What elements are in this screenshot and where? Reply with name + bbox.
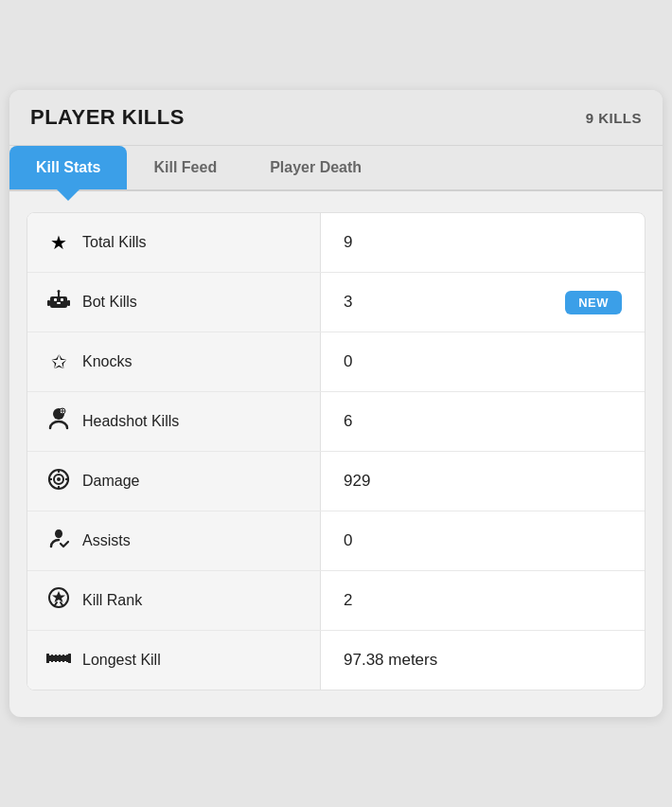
- svg-rect-24: [55, 655, 57, 662]
- stat-value-cell: 2: [321, 571, 645, 630]
- knocks-label: Knocks: [82, 353, 132, 370]
- bot-kills-icon: [46, 290, 71, 315]
- bot-kills-label: Bot Kills: [82, 294, 137, 311]
- stat-label-cell: Assists: [27, 511, 321, 570]
- stat-label-cell: Kill Rank: [27, 571, 321, 630]
- tab-kill-feed[interactable]: Kill Feed: [127, 146, 243, 189]
- stats-table: ★ Total Kills 9: [27, 212, 645, 690]
- stat-value-cell: 6: [321, 392, 645, 451]
- svg-rect-7: [67, 300, 70, 306]
- svg-rect-25: [59, 655, 61, 662]
- svg-marker-20: [52, 591, 65, 602]
- svg-rect-28: [68, 654, 71, 663]
- longest-kill-label: Longest Kill: [82, 652, 161, 669]
- total-kills-icon: ★: [46, 231, 71, 254]
- svg-rect-3: [57, 302, 61, 304]
- longest-kill-value: 97.38 meters: [344, 651, 437, 670]
- kill-rank-label: Kill Rank: [82, 592, 142, 609]
- kill-rank-icon: [46, 586, 71, 615]
- headshot-value: 6: [344, 412, 352, 431]
- svg-rect-26: [62, 655, 64, 662]
- assists-label: Assists: [82, 532, 131, 549]
- new-badge: NEW: [565, 291, 622, 314]
- stat-label-cell: Headshot Kills: [27, 392, 321, 451]
- stat-value-cell: 97.38 meters: [321, 631, 645, 690]
- svg-rect-27: [66, 655, 68, 662]
- table-row: Longest Kill 97.38 meters: [27, 631, 645, 690]
- kill-rank-value: 2: [344, 591, 352, 610]
- table-row: Headshot Kills 6: [27, 392, 645, 452]
- table-row: Kill Rank 2: [27, 571, 645, 631]
- stat-label-cell: ★ Total Kills: [27, 213, 321, 272]
- tab-kill-stats[interactable]: Kill Stats: [9, 146, 127, 189]
- player-kills-card: PLAYER KILLS 9 KILLS Kill Stats Kill Fee…: [9, 90, 663, 717]
- stat-label-cell: Bot Kills: [27, 273, 321, 332]
- svg-rect-22: [46, 654, 49, 663]
- bot-kills-value: 3: [344, 293, 352, 312]
- damage-label: Damage: [82, 473, 139, 490]
- stat-label-cell: ✩ Knocks: [27, 332, 321, 391]
- stat-label-cell: Damage: [27, 452, 321, 511]
- svg-rect-23: [51, 655, 53, 662]
- headshot-label: Headshot Kills: [82, 413, 179, 430]
- table-row: Damage 929: [27, 452, 645, 511]
- damage-value: 929: [344, 472, 370, 491]
- stat-value-cell: 0: [321, 332, 645, 391]
- table-row: ✩ Knocks 0: [27, 332, 645, 392]
- svg-point-14: [57, 477, 61, 481]
- damage-icon: [46, 468, 71, 495]
- kills-count: 9 KILLS: [586, 110, 642, 126]
- tabs-container: Kill Stats Kill Feed Player Death: [9, 146, 663, 191]
- svg-point-5: [58, 290, 61, 293]
- stat-value-cell: 0: [321, 511, 645, 570]
- assists-icon: [46, 528, 71, 554]
- assists-value: 0: [344, 531, 352, 550]
- table-row: ★ Total Kills 9: [27, 213, 645, 273]
- stat-label-cell: Longest Kill: [27, 631, 321, 690]
- card-title: PLAYER KILLS: [30, 105, 185, 130]
- knocks-value: 0: [344, 352, 352, 371]
- stat-value-cell: 3 NEW: [321, 273, 645, 332]
- knocks-icon: ✩: [46, 350, 71, 373]
- stat-value-cell: 929: [321, 452, 645, 511]
- stat-value-cell: 9: [321, 213, 645, 272]
- tab-player-death[interactable]: Player Death: [243, 146, 388, 189]
- headshot-icon: [46, 407, 71, 436]
- svg-rect-6: [47, 300, 50, 306]
- svg-rect-1: [54, 298, 57, 301]
- total-kills-value: 9: [344, 233, 352, 252]
- card-header: PLAYER KILLS 9 KILLS: [9, 90, 663, 146]
- svg-rect-2: [61, 298, 63, 301]
- total-kills-label: Total Kills: [82, 234, 147, 251]
- table-row: Assists 0: [27, 511, 645, 571]
- table-row: Bot Kills 3 NEW: [27, 273, 645, 332]
- longest-kill-icon: [46, 648, 71, 672]
